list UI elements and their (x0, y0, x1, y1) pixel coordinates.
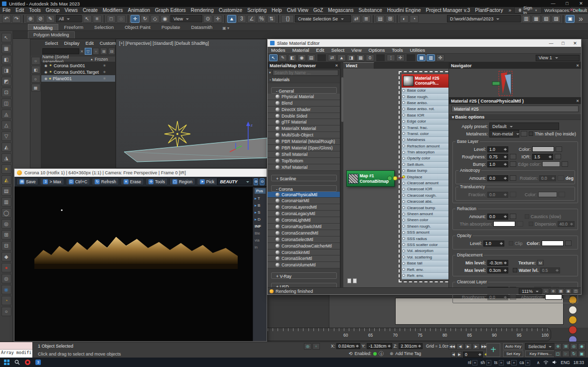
material-name-field[interactable]: Material #25 (451, 106, 579, 112)
auto-key-button[interactable]: Auto Key (503, 343, 523, 350)
tray-app-item[interactable]: sh » (480, 360, 491, 365)
slot-socket[interactable] (402, 114, 405, 117)
water-level-spinner[interactable]: 0.5 (540, 267, 560, 273)
slot-socket[interactable] (402, 225, 405, 228)
browser-list-item[interactable]: + V-Ray (271, 272, 337, 279)
y-coordinate-field[interactable]: -1.328cm (367, 343, 392, 349)
slot-socket[interactable] (402, 120, 405, 123)
base-level-spinner[interactable]: 1.0 (487, 146, 508, 152)
browser-list-item[interactable]: Multi/Sub-Object (268, 132, 340, 138)
menu-item[interactable]: Project Manager v.3 (424, 7, 473, 13)
menu-item[interactable]: PlantFactory (472, 7, 505, 13)
browser-list-item[interactable]: CoronaSlicerMtl (268, 255, 340, 262)
material-editor-icon[interactable]: ◐ (400, 15, 409, 23)
opacity-color-map-button[interactable] (565, 241, 572, 246)
slot-socket[interactable] (402, 157, 405, 160)
coronabitmap-map-node[interactable]: Map #1CoronaBitmap (346, 170, 395, 187)
zoom-tool-icon[interactable]: ⊕ (550, 288, 557, 294)
slate-menu-item[interactable]: Utilities (406, 47, 429, 53)
select-and-scale-icon[interactable]: ◇ (150, 15, 159, 23)
slate-menu-item[interactable]: Options (365, 47, 389, 53)
percent-snap-toggle-icon[interactable]: % (257, 15, 266, 23)
bump-spinner[interactable]: 1.0 (487, 161, 508, 167)
opera-icon[interactable] (25, 360, 30, 365)
project-folder-dropdown[interactable]: D:\work\3dsmax\2023 (447, 15, 521, 22)
slot-socket[interactable] (402, 151, 405, 154)
material-input-slot[interactable]: SSS radius (402, 236, 449, 242)
tool-icon[interactable]: △ (1, 121, 11, 130)
edge-color-swatch[interactable] (542, 161, 560, 167)
show-shaded-material-icon[interactable]: ◉ (297, 54, 306, 61)
menu-item[interactable]: Group (43, 7, 62, 13)
ior-spinner[interactable]: 1.5 (532, 154, 553, 160)
roughness-spinner[interactable]: 0.75 (487, 154, 508, 160)
search-options-icon[interactable]: ▾ (269, 71, 271, 75)
metalness-map-button[interactable] (521, 131, 527, 136)
ribbon-help-icon[interactable]: ● (579, 7, 581, 12)
browser-list-item[interactable]: CoronaShadowCatcherMtl (268, 243, 340, 249)
thin-absorption-swatch[interactable] (493, 221, 515, 227)
material-input-slot[interactable]: Clearcoat IOR (402, 186, 449, 192)
explorer-search-input[interactable] (42, 48, 79, 54)
frozen-column-header[interactable]: Frozen (95, 57, 108, 62)
displacement-texture-button[interactable]: M (537, 260, 544, 265)
vfb-post-item[interactable]: in (255, 245, 267, 249)
select-tool-icon[interactable]: ↖ (269, 54, 278, 61)
render-medium-coffee-icon[interactable] (569, 306, 577, 314)
ribbon-tab[interactable]: Object Paint (120, 24, 155, 30)
menu-item[interactable]: Edit (13, 7, 26, 13)
browser-list-item[interactable]: CoronaLayeredMtl (268, 204, 340, 211)
browser-list-item[interactable]: CoronaSelectMtl (268, 237, 340, 243)
browser-list-item[interactable]: glTF Material (268, 119, 340, 125)
sign-in-button[interactable]: Sign In▾ (514, 7, 542, 13)
explorer-menu-item[interactable]: Display (61, 40, 82, 46)
delete-selected-icon[interactable]: ▤ (307, 54, 315, 61)
clear-search-icon[interactable]: ✕ (80, 49, 84, 54)
zoom-extents-icon[interactable]: ◎ (570, 343, 578, 350)
rotation-map-button[interactable] (558, 175, 564, 181)
ribbon-tab[interactable]: Selection (89, 24, 119, 30)
scene-object-row[interactable]: ◉ ● Plane001 ∗ (41, 75, 115, 82)
tool-icon[interactable]: ◆ (1, 252, 11, 261)
selection-lock-icon[interactable]: ▫ (312, 343, 320, 350)
tool-icon[interactable]: ⊟ (1, 241, 11, 250)
tray-expand-icon[interactable]: ∧ (537, 360, 540, 365)
lock-zoom-icon[interactable]: ▫ (543, 288, 549, 294)
redo-icon[interactable]: ↷ (12, 15, 21, 23)
explorer-menu-item[interactable]: Edit (83, 40, 96, 46)
corona-physical-material-node[interactable]: Material #25CoronaPh... — Base color (402, 74, 449, 279)
opacity-level-spinner[interactable]: 1.0 (483, 241, 504, 246)
vfb-button[interactable]: 3> Max (40, 178, 64, 185)
ribbon-tab[interactable]: Datasmith (186, 24, 217, 30)
min-level-spinner[interactable]: -0.3cm (487, 260, 508, 266)
slate-close-button[interactable]: ✕ (569, 41, 581, 46)
slot-socket[interactable] (402, 126, 405, 129)
browser-list-item[interactable]: Double Sided (268, 113, 340, 120)
spinner-snap-toggle-icon[interactable]: ⇅ (267, 15, 276, 23)
align-icon[interactable]: ≣ (362, 15, 371, 23)
select-and-rotate-icon[interactable]: ↻ (141, 15, 149, 23)
toggle-layer-explorer-icon[interactable]: ▤ (376, 15, 385, 23)
browser-list-item[interactable]: Physical Material (268, 94, 340, 100)
rotation-spinner[interactable]: 0.0 (539, 175, 556, 181)
apply-preset-dropdown[interactable]: Default (489, 122, 559, 130)
transl-color-map-button[interactable] (559, 192, 565, 197)
frozen-toggle-icon[interactable]: ∗ (103, 63, 106, 68)
material-input-slot[interactable]: Vol. absorption (402, 248, 449, 254)
layout-one-icon[interactable]: ▣ (565, 288, 572, 294)
lock-icon[interactable]: ▫ (93, 48, 100, 55)
visibility-eye-icon[interactable]: ◉ (44, 77, 47, 81)
slot-socket[interactable] (402, 194, 405, 197)
browser-list-item[interactable]: CoronaSkinMtl (268, 249, 340, 256)
parameter-editor-toggle-icon[interactable]: ▥ (427, 54, 435, 61)
expand-all-icon[interactable]: ⊞ (100, 48, 107, 55)
open-project-folder-icon[interactable]: ▦ (532, 15, 541, 23)
slate-maximize-button[interactable]: □ (557, 41, 569, 46)
angle-snap-toggle-icon[interactable]: ∠ (247, 15, 256, 23)
transl-color-swatch[interactable] (538, 192, 557, 197)
browser-list-item[interactable]: CoronaLegacyMtl (268, 211, 340, 217)
tool-icon[interactable]: ▦ (1, 44, 11, 53)
slot-socket[interactable] (402, 249, 405, 252)
tool-icon[interactable]: ◮ (1, 153, 11, 163)
slot-socket[interactable] (402, 262, 405, 265)
